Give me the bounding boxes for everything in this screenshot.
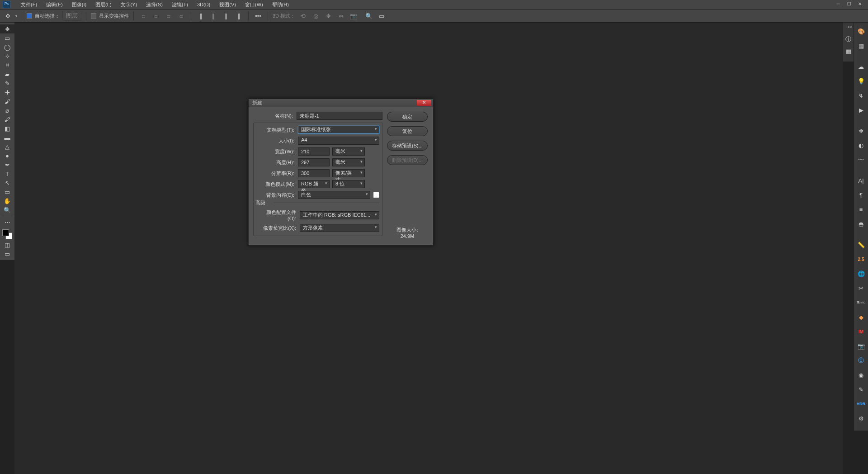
swatches-panel-icon[interactable]: ▦ <box>854 39 868 52</box>
layers-panel-icon[interactable]: ❖ <box>854 124 868 137</box>
quick-mask-icon[interactable]: ◫ <box>0 240 14 249</box>
auto-select-checkbox[interactable] <box>27 13 32 19</box>
rpro-panel-icon[interactable]: RPRO <box>854 296 868 309</box>
menu-help[interactable]: 帮助(H) <box>268 1 293 8</box>
menu-view[interactable]: 视图(V) <box>215 1 241 8</box>
menu-image[interactable]: 图像(I) <box>67 1 91 8</box>
color-panel-icon[interactable]: 🎨 <box>854 24 868 38</box>
tool-dodge[interactable]: ● <box>0 151 14 160</box>
profile-select[interactable]: 工作中的 RGB: sRGB IEC61... <box>300 211 379 219</box>
circle-c-panel-icon[interactable]: Ⓒ <box>854 354 868 367</box>
tool-gradient[interactable]: ▬ <box>0 133 14 142</box>
tool-crop[interactable]: ⌗ <box>0 61 14 70</box>
save-preset-button[interactable]: 存储预设(S)... <box>387 141 428 151</box>
align-right-icon[interactable]: ≡ <box>164 11 174 21</box>
scissors-panel-icon[interactable]: ✂ <box>854 281 868 295</box>
menu-file[interactable]: 文件(F) <box>16 1 42 8</box>
window-close[interactable]: ✕ <box>856 1 864 8</box>
hdr-panel-icon[interactable]: HDR <box>854 397 868 411</box>
screen-mode-icon[interactable]: ▭ <box>0 249 14 258</box>
camera-panel-icon[interactable]: 📷 <box>854 339 868 353</box>
res-input[interactable] <box>298 169 330 177</box>
menu-filter[interactable]: 滤镜(T) <box>167 1 193 8</box>
character-panel-icon[interactable]: A| <box>854 174 868 187</box>
dialog-titlebar[interactable]: 新建 ✕ <box>249 99 433 107</box>
tool-zoom[interactable]: 🔍 <box>0 205 14 214</box>
colormode-bits-select[interactable]: 8 位 <box>332 180 365 188</box>
play-panel-icon[interactable]: ▶ <box>854 103 868 117</box>
cloud-panel-icon[interactable]: ☁ <box>854 60 868 73</box>
tool-blur[interactable]: △ <box>0 142 14 151</box>
menu-3d[interactable]: 3D(D) <box>193 2 215 7</box>
align-dist-icon[interactable]: ‖ <box>234 11 244 21</box>
width-unit-select[interactable]: 毫米 <box>332 147 365 156</box>
tool-text[interactable]: T <box>0 169 14 178</box>
tool-history-brush[interactable]: 🖍 <box>0 115 14 124</box>
bg-preview-swatch[interactable] <box>373 192 379 198</box>
tool-eraser[interactable]: ◧ <box>0 124 14 133</box>
grid-panel-icon[interactable]: ▦ <box>843 46 854 56</box>
menu-select[interactable]: 选择(S) <box>142 1 167 8</box>
height-input[interactable] <box>298 158 330 166</box>
height-unit-select[interactable]: 毫米 <box>332 158 365 166</box>
tool-brush[interactable]: 🖌 <box>0 97 14 106</box>
fingerprint-panel-icon[interactable]: ◉ <box>854 368 868 382</box>
size-select[interactable]: A4 <box>298 137 379 145</box>
align-top-icon[interactable]: ‖ <box>196 11 206 21</box>
tool-clone[interactable]: ⌀ <box>0 106 14 115</box>
move-tool-indicator[interactable]: ✥ <box>3 11 13 21</box>
align-vcenter-icon[interactable]: ‖ <box>208 11 218 21</box>
brush-panel-icon[interactable]: ◓ <box>854 217 868 231</box>
ok-button[interactable]: 确定 <box>387 112 428 122</box>
align-more-icon[interactable]: ≡ <box>176 11 186 21</box>
window-minimize[interactable]: ─ <box>834 1 842 8</box>
show-transform-checkbox[interactable] <box>91 13 96 19</box>
properties-panel-icon[interactable]: ⓘ <box>843 34 854 44</box>
aspect-select[interactable]: 方形像素 <box>300 224 379 232</box>
bulb-panel-icon[interactable]: 💡 <box>854 74 868 88</box>
tool-pen[interactable]: ✒ <box>0 160 14 169</box>
nav-zoom-panel[interactable]: 2.5 <box>854 252 868 266</box>
align-hcenter-icon[interactable]: ≡ <box>151 11 161 21</box>
foreground-color[interactable] <box>2 229 9 236</box>
width-input[interactable] <box>298 147 330 156</box>
diamond-panel-icon[interactable]: ◆ <box>854 310 868 324</box>
res-unit-select[interactable]: 像素/英寸 <box>332 169 365 177</box>
glyphs-panel-icon[interactable]: ≡ <box>854 203 868 216</box>
dialog-close-button[interactable]: ✕ <box>417 100 431 106</box>
ruler-panel-icon[interactable]: 📏 <box>854 238 868 251</box>
tool-healing[interactable]: ✚ <box>0 88 14 97</box>
tool-marquee[interactable]: ▭ <box>0 33 14 43</box>
menu-layer[interactable]: 图层(L) <box>91 1 116 8</box>
paths-panel-icon[interactable]: 〰 <box>854 153 868 166</box>
tool-eyedropper[interactable]: ✎ <box>0 79 14 88</box>
menu-window[interactable]: 窗口(W) <box>241 1 268 8</box>
bg-select[interactable]: 白色 <box>298 191 370 199</box>
pencil-panel-icon[interactable]: ✎ <box>854 383 868 396</box>
align-left-icon[interactable]: ≡ <box>138 11 148 21</box>
colormode-select[interactable]: RGB 颜色 <box>298 180 330 188</box>
gear-panel-icon[interactable]: ⚙ <box>854 412 868 425</box>
menu-edit[interactable]: 编辑(E) <box>42 1 67 8</box>
zigzag-panel-icon[interactable]: ↯ <box>854 89 868 102</box>
reset-button[interactable]: 复位 <box>387 126 428 136</box>
panel-expand-icon[interactable]: ◂◂ <box>843 24 854 33</box>
doctype-select[interactable]: 国际标准纸张 <box>298 126 379 134</box>
dropdown-caret[interactable]: ▾ <box>15 14 17 18</box>
layer-type-select[interactable]: 图层 <box>62 11 81 21</box>
globe-panel-icon[interactable]: 🌐 <box>854 267 868 280</box>
im-panel-icon[interactable]: IM <box>854 325 868 338</box>
menu-type[interactable]: 文字(Y) <box>116 1 142 8</box>
tool-path[interactable]: ↖ <box>0 178 14 187</box>
more-options-icon[interactable]: ••• <box>253 11 263 21</box>
tool-lasso[interactable]: ◯ <box>0 43 14 52</box>
tool-perspective[interactable]: ▰ <box>0 70 14 79</box>
channels-panel-icon[interactable]: ◐ <box>854 138 868 152</box>
tool-shape[interactable]: ▭ <box>0 187 14 196</box>
panel-menu-icon[interactable]: ▭ <box>377 11 387 21</box>
name-input[interactable] <box>297 112 382 120</box>
tool-move[interactable]: ✥ <box>0 24 14 33</box>
tool-magic-wand[interactable]: ✧ <box>0 52 14 61</box>
align-bottom-icon[interactable]: ‖ <box>221 11 231 21</box>
tool-hand[interactable]: ✋ <box>0 196 14 205</box>
